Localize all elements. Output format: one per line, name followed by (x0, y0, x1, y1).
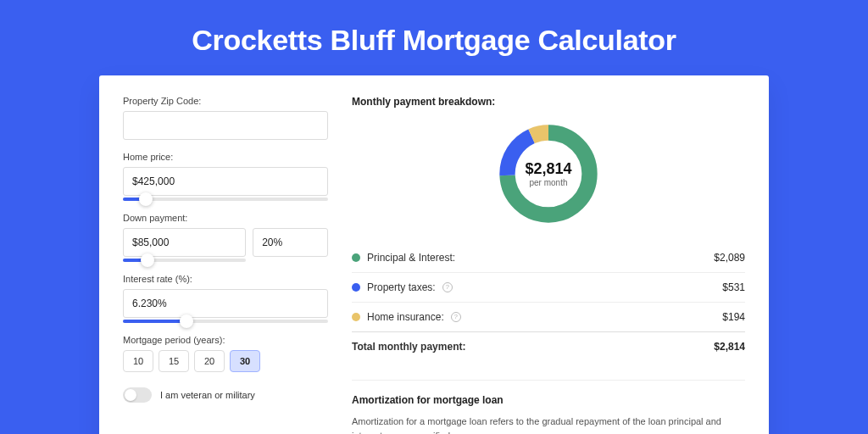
veteran-label: I am veteran or military (160, 390, 255, 400)
zip-field-block: Property Zip Code: (123, 96, 328, 140)
amort-text: Amortization for a mortgage loan refers … (352, 415, 745, 434)
down-field-block: Down payment: (123, 213, 328, 262)
rate-label: Interest rate (%): (123, 274, 328, 284)
breakdown-row-left: Home insurance:? (352, 311, 461, 323)
veteran-toggle[interactable] (123, 387, 152, 403)
calculator-card: Property Zip Code: Home price: Down paym… (99, 75, 769, 434)
total-amount: $2,814 (714, 341, 745, 353)
legend-dot-icon (352, 283, 360, 292)
period-label: Mortgage period (years): (123, 335, 328, 345)
total-row: Total monthly payment: $2,814 (352, 331, 745, 361)
page-header: Crocketts Bluff Mortgage Calculator (0, 0, 868, 75)
zip-input[interactable] (123, 111, 328, 140)
period-btn-20[interactable]: 20 (194, 350, 225, 372)
amort-section: Amortization for mortgage loan Amortizat… (352, 380, 745, 434)
breakdown-row-amount: $194 (722, 311, 745, 323)
breakdown-row-label: Property taxes: (367, 281, 436, 293)
period-field-block: Mortgage period (years): 10152030 (123, 335, 328, 372)
breakdown-row: Home insurance:?$194 (352, 302, 745, 331)
rate-input[interactable] (123, 289, 328, 318)
price-input[interactable] (123, 167, 328, 196)
price-slider[interactable] (123, 198, 328, 201)
breakdown-row-label: Home insurance: (367, 311, 444, 323)
breakdown-row-left: Property taxes:? (352, 281, 453, 293)
breakdown-row: Principal & Interest:$2,089 (352, 243, 745, 272)
rate-slider-fill (123, 320, 186, 323)
rate-slider[interactable] (123, 320, 328, 323)
donut-value: $2,814 (525, 160, 571, 178)
period-btn-30[interactable]: 30 (230, 350, 260, 372)
total-label: Total monthly payment: (352, 341, 465, 353)
form-panel: Property Zip Code: Home price: Down paym… (123, 96, 328, 434)
period-btn-15[interactable]: 15 (159, 350, 189, 372)
breakdown-row-amount: $531 (722, 281, 745, 293)
info-icon[interactable]: ? (451, 312, 461, 322)
down-amount-input[interactable] (123, 228, 246, 257)
breakdown-title: Monthly payment breakdown: (352, 96, 745, 108)
breakdown-row: Property taxes:?$531 (352, 272, 745, 302)
down-slider[interactable] (123, 259, 246, 262)
amort-title: Amortization for mortgage loan (352, 394, 745, 406)
legend-dot-icon (352, 313, 360, 321)
breakdown-row-label: Principal & Interest: (367, 252, 455, 264)
down-label: Down payment: (123, 213, 328, 223)
price-field-block: Home price: (123, 152, 328, 201)
donut-sub: per month (529, 178, 567, 187)
page-title: Crocketts Bluff Mortgage Calculator (0, 24, 868, 57)
zip-label: Property Zip Code: (123, 96, 328, 106)
price-slider-handle[interactable] (139, 192, 153, 206)
legend-dot-icon (352, 253, 360, 262)
breakdown-row-left: Principal & Interest: (352, 252, 455, 264)
veteran-row: I am veteran or military (123, 387, 328, 403)
breakdown-row-amount: $2,089 (714, 252, 745, 264)
period-options: 10152030 (123, 350, 328, 372)
donut-wrap: $2,814 per month (352, 120, 745, 228)
veteran-toggle-knob (125, 389, 136, 401)
breakdown-panel: Monthly payment breakdown: $2,814 per mo… (352, 96, 745, 434)
donut-chart: $2,814 per month (494, 120, 603, 228)
down-pct-input[interactable] (253, 228, 328, 257)
rate-slider-handle[interactable] (180, 314, 193, 328)
breakdown-rows: Principal & Interest:$2,089Property taxe… (352, 243, 745, 331)
price-label: Home price: (123, 152, 328, 162)
rate-field-block: Interest rate (%): (123, 274, 328, 323)
period-btn-10[interactable]: 10 (123, 350, 153, 372)
down-slider-handle[interactable] (141, 253, 154, 267)
info-icon[interactable]: ? (442, 282, 453, 292)
donut-center: $2,814 per month (494, 120, 603, 228)
